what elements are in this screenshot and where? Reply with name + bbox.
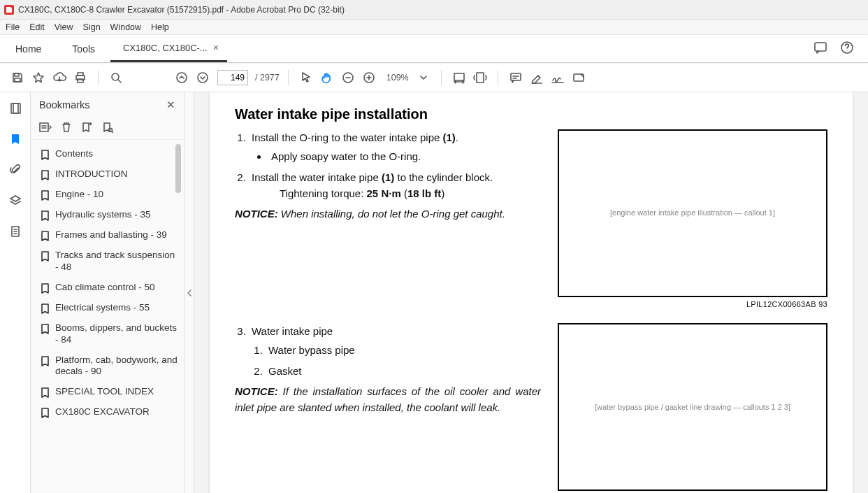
tab-close-icon[interactable]: × [213,42,219,53]
tab-document-label: CX180C, CX180C-... [123,43,208,53]
menu-help[interactable]: Help [151,22,169,32]
pdf-page: Water intake pipe installation Install t… [210,92,853,493]
menu-edit[interactable]: Edit [29,22,45,32]
page-down-icon[interactable] [194,69,212,87]
svg-rect-4 [15,73,19,76]
bookmark-item[interactable]: Engine - 10 [38,185,181,205]
bookmark-item[interactable]: SPECIAL TOOL INDEX [38,382,181,402]
fit-width-icon[interactable] [450,69,468,87]
bookmark-item[interactable]: Cab climate control - 50 [38,278,181,298]
menu-sign[interactable]: Sign [83,22,101,32]
zoom-in-icon[interactable] [360,69,378,87]
bookmark-item[interactable]: Booms, dippers, and buckets - 84 [38,318,181,350]
svg-rect-19 [13,103,20,113]
collapse-navpane-icon[interactable] [185,92,194,493]
svg-rect-15 [477,73,484,83]
doc-heading: Water intake pipe installation [235,106,827,122]
tabbar: Home Tools CX180C, CX180C-... × [0,35,868,63]
svg-rect-18 [11,103,18,113]
highlight-icon[interactable] [528,69,546,87]
page-number-input[interactable] [217,70,248,85]
railbar [0,92,31,493]
page-up-icon[interactable] [173,69,191,87]
bookmark-item[interactable]: Contents [38,144,181,164]
bookmark-search-icon[interactable] [102,122,113,136]
zoom-out-icon[interactable] [339,69,357,87]
print-icon[interactable] [71,69,89,87]
notice-1: NOTICE: When installing, do not let the … [235,206,541,222]
svg-point-11 [198,73,208,83]
toolbar: / 2977 109% [0,63,868,92]
page-icon[interactable] [10,225,21,241]
fit-page-icon[interactable] [471,69,489,87]
bookmark-options-icon[interactable] [39,122,52,135]
sign-icon[interactable] [549,69,567,87]
step-2: Install the water intake pipe (1) to the… [249,169,541,202]
bookmarks-title: Bookmarks [39,99,90,110]
menu-file[interactable]: File [6,22,20,32]
menubar: File Edit View Sign Window Help [0,20,868,35]
titlebar: CX180C, CX180C-8 Crawler Excavator (5157… [0,0,868,20]
menu-window[interactable]: Window [110,22,141,32]
svg-point-10 [177,73,187,83]
bookmark-item[interactable]: Frames and ballasting - 39 [38,225,181,245]
tab-home[interactable]: Home [0,35,57,62]
star-icon[interactable] [29,69,48,87]
notice-2: NOTICE: If the installation surfaces of … [235,383,541,416]
zoom-dropdown-icon[interactable] [414,69,433,87]
pointer-icon[interactable] [297,69,315,87]
svg-rect-1 [815,43,826,51]
bookmark-delete-icon[interactable] [62,122,71,136]
menu-view[interactable]: View [55,22,73,32]
comment-icon[interactable] [507,69,525,87]
step-3: Water intake pipe Water bypass pipe Gask… [249,323,541,379]
svg-rect-14 [454,73,464,80]
bookmark-item[interactable]: Platform, cab, bodywork, and decals - 90 [38,350,181,383]
bookmark-scrollbar[interactable] [175,144,182,490]
bookmarks-pane: Bookmarks ✕ Contents INTRODUCTION Engine… [31,92,185,493]
figure-2: [water bypass pipe / gasket line drawing… [558,323,827,491]
bookmarks-close-icon[interactable]: ✕ [166,99,175,110]
pdf-icon [4,5,14,15]
svg-rect-8 [78,79,83,83]
bookmark-item[interactable]: Hydraulic systems - 35 [38,205,181,225]
page-total: / 2977 [255,73,280,83]
figure-1-caption: LPIL12CX00663AB 93 [558,299,827,310]
svg-point-3 [846,50,847,50]
bookmark-add-icon[interactable] [81,122,92,136]
window-title: CX180C, CX180C-8 Crawler Excavator (5157… [18,5,345,15]
notifications-icon[interactable] [813,41,827,57]
cloud-icon[interactable] [50,69,68,87]
hand-icon[interactable] [318,69,336,87]
svg-rect-16 [511,73,521,80]
bookmark-item[interactable]: CX180C EXCAVATOR [38,402,181,422]
workspace: Bookmarks ✕ Contents INTRODUCTION Engine… [0,92,868,493]
search-icon[interactable] [107,69,125,87]
save-icon[interactable] [8,69,27,87]
svg-rect-21 [40,123,48,131]
layers-icon[interactable] [9,194,22,210]
thumbnails-icon[interactable] [9,102,22,117]
bookmark-item[interactable]: Electrical systems - 55 [38,298,181,318]
zoom-value: 109% [386,73,409,83]
help-icon[interactable] [840,41,854,57]
tab-document[interactable]: CX180C, CX180C-... × [110,35,227,62]
document-view[interactable]: Water intake pipe installation Install t… [194,92,868,493]
bookmarks-icon[interactable] [10,133,21,148]
figure-1: [engine water intake pipe illustration —… [558,129,827,297]
bookmark-item[interactable]: Tracks and track suspension - 48 [38,245,181,278]
step-1: Install the O-ring to the water intake p… [249,129,541,165]
tab-tools[interactable]: Tools [57,35,110,62]
bookmark-list[interactable]: Contents INTRODUCTION Engine - 10 Hydrau… [31,140,184,493]
svg-rect-5 [15,78,20,82]
stamp-icon[interactable] [570,69,588,87]
attachments-icon[interactable] [10,164,21,179]
bookmark-item[interactable]: INTRODUCTION [38,164,181,185]
